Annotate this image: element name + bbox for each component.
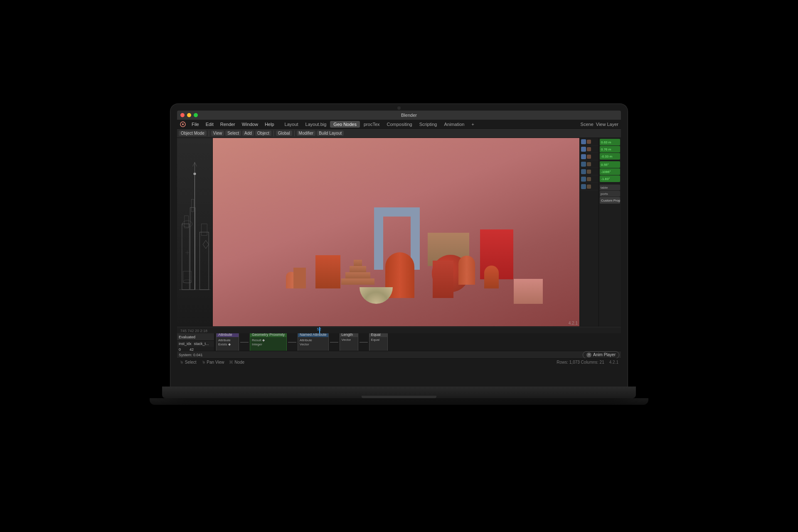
workspace-tabs: Layout Layout.big Geo Nodes procTex Comp…: [281, 121, 478, 128]
connector-3: [330, 342, 338, 342]
window-titlebar: Blender: [177, 111, 621, 120]
connector-4: [360, 342, 368, 342]
mode-selector[interactable]: Object Mode: [179, 131, 207, 136]
node-geo-proximity[interactable]: Geometry Proximity Result ◆ Integer: [250, 333, 287, 351]
blender-logo: [180, 121, 186, 128]
node-equal-label: Equal: [371, 338, 386, 342]
bottom-area: 52 745 742 20 2:18 Evaluated inst_i: [177, 326, 621, 366]
build-layout-btn[interactable]: Build Layout: [317, 131, 344, 136]
version-text: 4.2.1: [569, 321, 578, 325]
data-table: Evaluated inst_idx stack_t... 0 42: [177, 333, 214, 351]
left-panel: [177, 138, 213, 326]
node-geo-header: Geometry Proximity: [250, 333, 286, 337]
outliner-vis-2: [587, 147, 591, 151]
svg-rect-11: [192, 199, 194, 212]
scene-objects: [213, 138, 579, 326]
orange-box-mid: [315, 255, 340, 288]
scene-label: Scene: [581, 122, 594, 127]
outliner-row-3: [580, 153, 598, 160]
tab-compositing[interactable]: Compositing: [384, 121, 416, 128]
table-header-label: Evaluated: [179, 335, 195, 339]
table-row-0: 0 42: [177, 347, 214, 351]
outliner-vis-7: [587, 185, 591, 189]
tab-animation[interactable]: Animation: [441, 121, 468, 128]
timeline-coords: 745 742 20 2:18: [180, 329, 207, 333]
outliner-icon-1: [581, 139, 586, 144]
node-named-vector: Vector: [300, 342, 327, 346]
svg-rect-9: [185, 216, 189, 228]
node-bar-system: System: 0.041: [179, 353, 203, 357]
node-equal[interactable]: Equal Equal: [369, 333, 388, 351]
prop-value-1: 0.63 m: [600, 139, 620, 145]
node-editor-area[interactable]: Attribute Attribute Exists ◆ Geometry Pr…: [214, 333, 621, 351]
view-btn[interactable]: View: [211, 131, 224, 136]
global-btn[interactable]: Global: [276, 131, 292, 136]
tab-geo-nodes[interactable]: Geo Nodes: [330, 121, 360, 128]
blender-ui: Blender File Edit Render Window Help: [177, 111, 621, 366]
outliner-icon-6: [581, 177, 586, 182]
svg-rect-13: [201, 224, 207, 236]
prop-spacer: [600, 160, 620, 161]
outliner-icon-7: [581, 184, 586, 189]
svg-line-6: [193, 162, 195, 166]
box-mid-right: [433, 261, 453, 298]
tab-layout-big[interactable]: Layout.big: [302, 121, 330, 128]
timeline-bar[interactable]: 52 745 742 20 2:18: [177, 327, 621, 333]
prop-label-2: ports: [600, 191, 620, 197]
maximize-button[interactable]: [194, 113, 198, 117]
outliner-icon-4: [581, 162, 586, 167]
city-wireframe: [177, 138, 212, 326]
properties-panel: 0.63 m 0.76 m -0.33 m 0.55° -1086° -1.83…: [598, 138, 621, 326]
menu-window[interactable]: Window: [239, 121, 261, 128]
outliner-vis-6: [587, 177, 591, 181]
status-select: 🖱 Select: [180, 360, 197, 365]
separator-2: [273, 131, 274, 136]
small-box-left: [293, 268, 306, 288]
modifier-btn[interactable]: Modifier: [297, 131, 316, 136]
col-header-1: inst_idx: [179, 342, 192, 346]
main-viewport[interactable]: 4.2.1: [213, 138, 579, 326]
top-menubar: File Edit Render Window Help Layout Layo…: [177, 120, 621, 129]
top-right-controls: Scene View Layer: [581, 122, 618, 127]
node-equal-header: Equal: [369, 333, 387, 337]
prop-value-4: 0.55°: [600, 161, 620, 168]
close-button[interactable]: [180, 113, 185, 117]
outliner-row-4: [580, 160, 598, 168]
tab-scripting[interactable]: Scripting: [416, 121, 441, 128]
svg-rect-12: [200, 232, 209, 290]
camera-notch: [397, 106, 401, 110]
node-named-attr[interactable]: Named Attribute Attribute Vector: [298, 333, 329, 351]
tab-layout[interactable]: Layout: [281, 121, 302, 128]
anim-player-label: Anim Player: [593, 352, 616, 357]
node-attribute[interactable]: Attribute Attribute Exists ◆: [216, 333, 239, 351]
table-col-headers: inst_idx stack_t...: [177, 341, 214, 347]
window-title: Blender: [200, 113, 618, 118]
anim-player-badge[interactable]: ✕ Anim Player: [583, 351, 619, 359]
anim-player-close[interactable]: ✕: [586, 352, 591, 357]
outliner-vis-4: [587, 162, 591, 166]
prop-value-7: Custom Properties: [600, 197, 620, 204]
timeline-frame-label: 52: [317, 327, 321, 331]
menu-render[interactable]: Render: [217, 121, 238, 128]
menu-file[interactable]: File: [189, 121, 202, 128]
menu-help[interactable]: Help: [262, 121, 277, 128]
status-pan-view: 🖱 Pan View: [202, 360, 224, 365]
select-btn[interactable]: Select: [225, 131, 241, 136]
data-table-header: Evaluated: [177, 333, 214, 341]
outliner-icon-2: [581, 147, 586, 152]
tab-proctex[interactable]: procTex: [360, 121, 383, 128]
node-length[interactable]: Length Vector: [340, 333, 358, 351]
prop-value-6: -1.83°: [600, 175, 620, 182]
node-bar: System: 0.041 ✕ Anim Player: [177, 351, 621, 358]
node-named-attr-label: Attribute: [300, 338, 327, 342]
object-btn[interactable]: Object: [255, 131, 271, 136]
menu-edit[interactable]: Edit: [203, 121, 217, 128]
pink-box: [514, 279, 543, 304]
outliner-row-1: [580, 138, 598, 145]
tab-add[interactable]: +: [468, 121, 477, 128]
node-length-header: Length: [340, 333, 358, 337]
node-attr-label: Attribute: [218, 338, 237, 342]
outliner-vis-3: [587, 155, 591, 159]
minimize-button[interactable]: [187, 113, 191, 117]
add-btn[interactable]: Add: [242, 131, 254, 136]
